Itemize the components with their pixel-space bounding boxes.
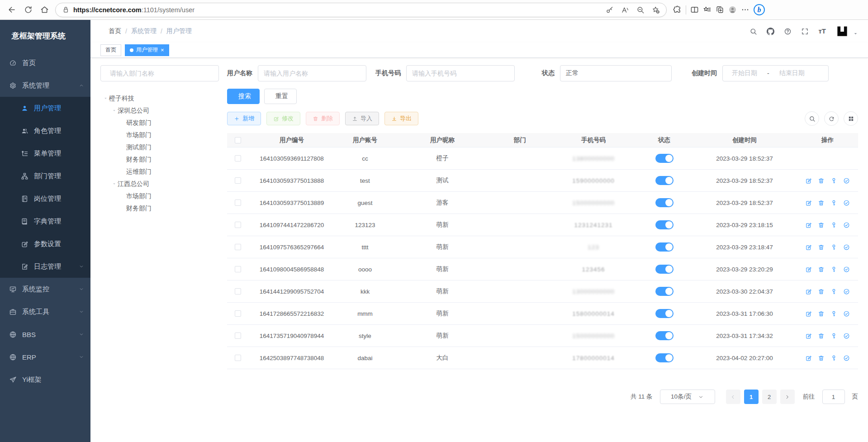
arrow-left-button[interactable] bbox=[4, 2, 20, 18]
tree-node-财务部门[interactable]: 财务部门 bbox=[100, 153, 219, 166]
check-circle-icon[interactable] bbox=[843, 177, 850, 184]
key-reset-icon[interactable] bbox=[830, 177, 837, 184]
sidebar-item-系统管理[interactable]: 系统管理 bbox=[0, 74, 90, 97]
search-button[interactable]: 搜索 bbox=[227, 89, 260, 104]
sidebar-item-首页[interactable]: 首页 bbox=[0, 52, 90, 74]
row-checkbox[interactable] bbox=[235, 355, 241, 361]
tab-close-icon[interactable]: × bbox=[161, 47, 164, 53]
tree-expand-caret[interactable] bbox=[102, 96, 109, 101]
tree-node-深圳总公司[interactable]: 深圳总公司 bbox=[100, 105, 219, 117]
trash-icon[interactable] bbox=[818, 177, 825, 184]
check-circle-icon[interactable] bbox=[843, 333, 850, 339]
page-button-1[interactable]: 1 bbox=[744, 390, 759, 404]
edit-square-icon[interactable] bbox=[805, 288, 812, 295]
goto-page-input[interactable] bbox=[822, 390, 845, 404]
dept-search-input[interactable] bbox=[100, 65, 219, 81]
select-all-checkbox[interactable] bbox=[235, 137, 241, 143]
trash-icon[interactable] bbox=[818, 288, 825, 295]
status-toggle[interactable] bbox=[655, 220, 674, 229]
sidebar-item-字典管理[interactable]: 字典管理 bbox=[0, 210, 90, 233]
help-icon[interactable] bbox=[784, 28, 792, 35]
row-checkbox[interactable] bbox=[235, 244, 241, 250]
check-circle-icon[interactable] bbox=[843, 288, 850, 295]
trash-icon[interactable] bbox=[818, 244, 825, 251]
sidebar-item-菜单管理[interactable]: 菜单管理 bbox=[0, 142, 90, 165]
row-checkbox[interactable] bbox=[235, 266, 241, 272]
key-reset-icon[interactable] bbox=[830, 288, 837, 295]
check-circle-icon[interactable] bbox=[843, 244, 850, 251]
grid-tool-button[interactable] bbox=[844, 111, 858, 126]
trash-icon[interactable] bbox=[818, 333, 825, 339]
page-refresh-button[interactable] bbox=[20, 2, 36, 18]
key-reset-icon[interactable] bbox=[830, 222, 837, 228]
page-button-2[interactable]: 2 bbox=[762, 390, 777, 404]
key-reset-icon[interactable] bbox=[830, 266, 837, 273]
trash-icon[interactable] bbox=[818, 355, 825, 361]
导出-button[interactable]: 导出 bbox=[384, 112, 418, 125]
sidebar-item-BBS[interactable]: BBS bbox=[0, 323, 90, 346]
dept-search-field[interactable] bbox=[110, 70, 213, 77]
tree-node-江西总公司[interactable]: 江西总公司 bbox=[100, 178, 219, 190]
trash-icon[interactable] bbox=[818, 222, 825, 228]
key-icon[interactable] bbox=[606, 6, 614, 14]
status-select[interactable]: 正常 bbox=[560, 65, 672, 81]
sidebar-item-部门管理[interactable]: 部门管理 bbox=[0, 165, 90, 187]
github-icon[interactable] bbox=[767, 28, 774, 35]
新增-button[interactable]: 新增 bbox=[227, 112, 261, 125]
username-field[interactable] bbox=[264, 70, 360, 77]
edit-square-icon[interactable] bbox=[805, 244, 812, 251]
zoom-out-icon[interactable] bbox=[636, 6, 645, 14]
check-circle-icon[interactable] bbox=[843, 222, 850, 228]
read-aloud-icon[interactable] bbox=[621, 6, 629, 14]
trash-icon[interactable] bbox=[818, 310, 825, 317]
status-toggle[interactable] bbox=[655, 353, 674, 362]
tree-expand-caret[interactable] bbox=[111, 181, 118, 186]
sidebar-item-系统监控[interactable]: 系统监控 bbox=[0, 278, 90, 300]
status-toggle[interactable] bbox=[655, 265, 674, 274]
search-icon[interactable] bbox=[749, 28, 757, 35]
tab-首页[interactable]: 首页 bbox=[100, 44, 121, 56]
more-icon[interactable] bbox=[741, 5, 749, 14]
key-reset-icon[interactable] bbox=[830, 200, 837, 206]
status-toggle[interactable] bbox=[655, 176, 674, 185]
key-reset-icon[interactable] bbox=[830, 333, 837, 339]
refresh-tool-button[interactable] bbox=[824, 111, 839, 126]
sidebar-item-角色管理[interactable]: 角色管理 bbox=[0, 119, 90, 142]
extensions-icon[interactable] bbox=[673, 5, 682, 14]
breadcrumb-item-系统管理[interactable]: 系统管理 bbox=[131, 27, 157, 35]
edit-square-icon[interactable] bbox=[805, 333, 812, 339]
search-tool-button[interactable] bbox=[805, 111, 819, 126]
check-circle-icon[interactable] bbox=[843, 200, 850, 206]
status-toggle[interactable] bbox=[655, 331, 674, 340]
url-bar[interactable]: https://ccnetcore.com:1101/system/user bbox=[55, 3, 667, 17]
phone-field[interactable] bbox=[412, 70, 509, 77]
username-input[interactable] bbox=[258, 65, 366, 81]
trash-icon[interactable] bbox=[818, 200, 825, 206]
row-checkbox[interactable] bbox=[235, 155, 241, 162]
tab-用户管理[interactable]: 用户管理× bbox=[125, 44, 169, 56]
check-circle-icon[interactable] bbox=[843, 266, 850, 273]
tree-node-研发部门[interactable]: 研发部门 bbox=[100, 117, 219, 129]
导入-button[interactable]: 导入 bbox=[345, 112, 379, 125]
row-checkbox[interactable] bbox=[235, 288, 241, 295]
fullscreen-icon[interactable] bbox=[801, 28, 809, 35]
profile-avatar[interactable] bbox=[728, 5, 737, 14]
favorites-bar-icon[interactable] bbox=[703, 5, 711, 14]
sidebar-item-系统工具[interactable]: 系统工具 bbox=[0, 300, 90, 323]
row-checkbox[interactable] bbox=[235, 200, 241, 206]
breadcrumb-item-首页[interactable]: 首页 bbox=[109, 27, 121, 35]
check-circle-icon[interactable] bbox=[843, 355, 850, 361]
status-toggle[interactable] bbox=[655, 309, 674, 318]
key-reset-icon[interactable] bbox=[830, 355, 837, 361]
reset-button[interactable]: 重置 bbox=[264, 89, 297, 104]
sidebar-item-日志管理[interactable]: 日志管理 bbox=[0, 255, 90, 278]
page-size-select[interactable]: 10条/页 bbox=[660, 390, 715, 404]
tree-node-橙子科技[interactable]: 橙子科技 bbox=[100, 92, 219, 105]
row-checkbox[interactable] bbox=[235, 310, 241, 317]
status-toggle[interactable] bbox=[655, 287, 674, 296]
row-checkbox[interactable] bbox=[235, 222, 241, 228]
edit-square-icon[interactable] bbox=[805, 177, 812, 184]
avatar-dropdown-caret[interactable] bbox=[853, 31, 858, 36]
key-reset-icon[interactable] bbox=[830, 244, 837, 251]
tree-node-市场部门[interactable]: 市场部门 bbox=[100, 129, 219, 141]
